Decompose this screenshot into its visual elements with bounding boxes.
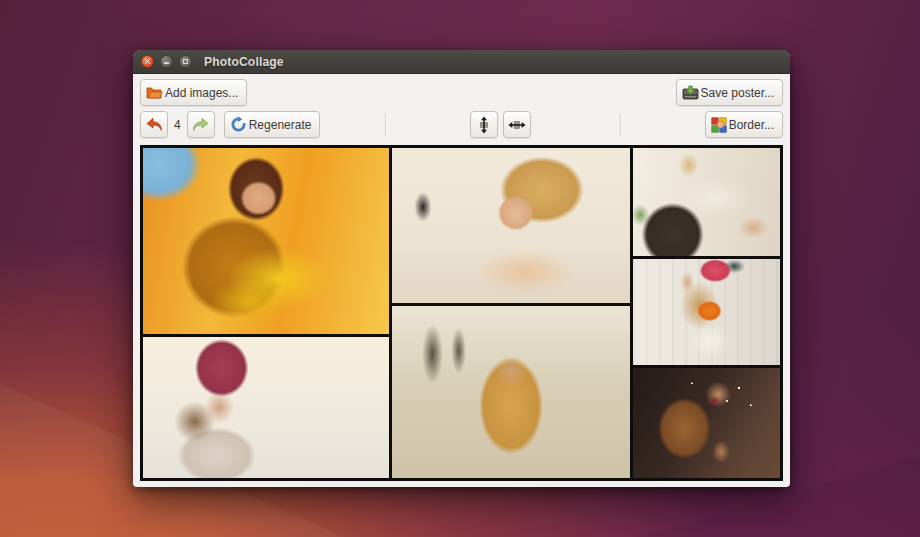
border-palette-icon	[711, 117, 727, 133]
save-poster-label: Save poster...	[701, 86, 774, 100]
undo-button[interactable]	[140, 111, 168, 138]
collage-column-left	[143, 148, 389, 478]
photocollage-window: PhotoCollage Add images...	[133, 50, 790, 487]
window-title: PhotoCollage	[204, 55, 284, 69]
collage-photo-winter-beanie[interactable]	[143, 337, 389, 478]
collage-photo-sparkler-dark[interactable]	[633, 368, 780, 478]
stretch-horizontal-button[interactable]	[503, 111, 531, 138]
save-poster-button[interactable]: Save poster...	[676, 79, 783, 106]
save-icon	[682, 85, 699, 100]
add-images-button[interactable]: Add images...	[140, 79, 247, 106]
window-body: Add images... Save poster...	[133, 74, 790, 488]
border-label: Border...	[729, 118, 774, 132]
collage-photo-autumn-leaves[interactable]	[143, 148, 389, 334]
regenerate-label: Regenerate	[249, 118, 312, 132]
stretch-vertical-button[interactable]	[470, 111, 498, 138]
collage-photo-pink-cap-headphones[interactable]	[633, 259, 780, 365]
desktop-wallpaper: PhotoCollage Add images...	[0, 0, 920, 537]
toolbar-separator-left	[385, 113, 386, 136]
refresh-icon	[230, 116, 247, 133]
collage-photo-white-lace-chair[interactable]	[633, 148, 780, 256]
close-icon[interactable]	[141, 55, 154, 68]
undo-count: 4	[174, 118, 181, 132]
resize-horizontal-icon	[508, 116, 526, 134]
toolbar-separator-right	[620, 113, 621, 136]
collage-preview	[140, 145, 783, 481]
history-group: 4 Regenerate	[140, 111, 320, 138]
toolbar-primary: Add images... Save poster...	[140, 79, 783, 106]
collage-column-middle	[392, 148, 630, 478]
undo-icon	[145, 116, 164, 133]
titlebar[interactable]: PhotoCollage	[133, 50, 790, 74]
maximize-icon[interactable]	[179, 55, 192, 68]
redo-icon	[191, 116, 210, 133]
collage-photo-blonde-outdoors[interactable]	[392, 306, 630, 478]
regenerate-button[interactable]: Regenerate	[224, 111, 321, 138]
border-button[interactable]: Border...	[705, 111, 783, 138]
minimize-icon[interactable]	[160, 55, 173, 68]
toolbar-secondary: 4 Regenerate	[140, 111, 783, 139]
redo-button[interactable]	[187, 111, 215, 138]
open-folder-icon	[146, 85, 163, 100]
collage-photo-blonde-portrait[interactable]	[392, 148, 630, 303]
resize-vertical-icon	[475, 116, 493, 134]
add-images-label: Add images...	[165, 86, 238, 100]
collage-column-right	[633, 148, 780, 478]
